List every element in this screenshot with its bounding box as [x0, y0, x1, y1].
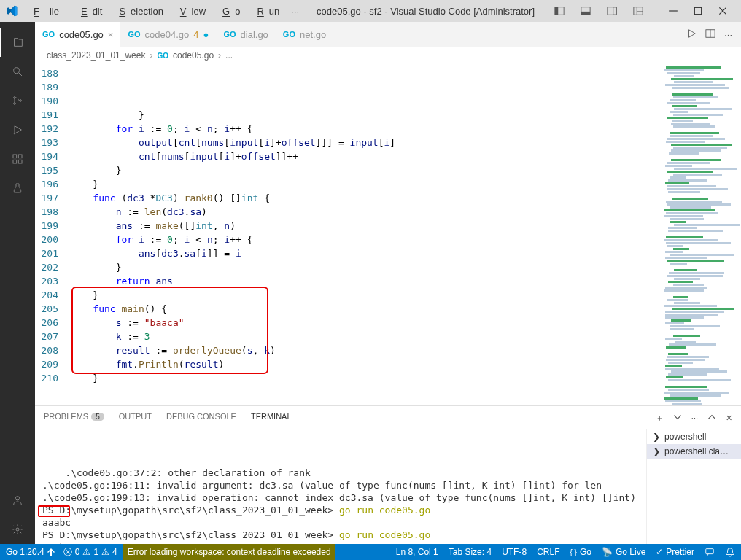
svg-line-14 [19, 73, 22, 76]
breadcrumb-symbol[interactable]: ... [225, 50, 233, 61]
svg-rect-23 [18, 160, 22, 163]
status-tabsize[interactable]: Tab Size: 4 [449, 547, 492, 557]
activity-extensions[interactable] [0, 144, 35, 174]
panel-tab-terminal[interactable]: TERMINAL [251, 412, 292, 424]
svg-rect-3 [581, 12, 590, 15]
activity-account[interactable] [0, 486, 35, 515]
svg-rect-20 [13, 155, 17, 158]
svg-marker-18 [15, 126, 21, 134]
window-title: code05.go - sf2 - Visual Studio Code [Ad… [307, 6, 544, 17]
svg-point-17 [20, 100, 22, 102]
tab-label: dial.go [241, 29, 268, 40]
svg-point-25 [16, 528, 19, 531]
status-problems[interactable]: ⓧ0 ⚠1 ⚠4 [63, 546, 117, 559]
panel-close-icon[interactable]: ✕ [726, 413, 732, 423]
svg-point-15 [14, 97, 16, 99]
status-prettier[interactable]: ✓Prettier [656, 547, 694, 557]
status-bar: Go 1.20.4 ⓧ0 ⚠1 ⚠4 Error loading workspa… [0, 544, 741, 560]
activity-bar [0, 22, 35, 544]
status-language[interactable]: { } Go [570, 547, 591, 557]
menubar: File Edit Selection View Go Run ··· [23, 6, 304, 17]
more-actions-icon[interactable]: ··· [724, 29, 732, 40]
terminal-list: ❯powershell ❯powershell cla… [646, 429, 741, 544]
layout-panel-right-icon[interactable] [600, 0, 624, 22]
menu-more[interactable]: ··· [286, 6, 304, 17]
activity-test[interactable] [0, 174, 35, 203]
tab-code04[interactable]: GO code04.go 4 ● [120, 22, 216, 47]
panel-tabs: PROBLEMS5 OUTPUT DEBUG CONSOLE TERMINAL … [35, 406, 741, 429]
tab-net[interactable]: GO net.go [276, 22, 333, 47]
minimap[interactable] [661, 63, 741, 405]
code-content[interactable]: } for i := 0; i < n; i++ { output[cnt[nu… [70, 63, 661, 405]
panel-tab-problems[interactable]: PROBLEMS5 [44, 412, 104, 424]
split-editor-icon[interactable] [705, 28, 715, 41]
tab-close-icon[interactable]: × [108, 29, 114, 40]
activity-debug[interactable] [0, 115, 35, 144]
layout-customize-icon[interactable] [626, 0, 651, 22]
svg-point-24 [15, 497, 19, 500]
menu-edit[interactable]: Edit [71, 6, 107, 17]
editor-body[interactable]: 1881891901911921931941951961971981992002… [35, 63, 741, 405]
go-file-icon: GO [283, 30, 295, 39]
status-eol[interactable]: CRLF [537, 547, 559, 557]
tab-label: code05.go [59, 29, 104, 40]
vscode-logo-icon [6, 5, 18, 17]
activity-explorer[interactable] [0, 28, 35, 57]
terminal-output[interactable]: .\code05.go:37:2: other declaration of r… [35, 429, 646, 544]
status-go-version[interactable]: Go 1.20.4 [6, 547, 55, 557]
run-icon[interactable] [686, 28, 697, 41]
status-bell-icon[interactable] [725, 547, 735, 557]
layout-panel-left-icon[interactable] [547, 0, 572, 22]
tab-label: code04.go [145, 29, 190, 40]
svg-rect-6 [634, 7, 643, 15]
go-file-icon: GO [223, 30, 236, 39]
editor-area: GO code05.go × GO code04.go 4 ● GO dial.… [35, 22, 741, 544]
status-feedback-icon[interactable] [705, 547, 715, 557]
terminal-item[interactable]: ❯powershell [647, 429, 741, 444]
menu-run[interactable]: Run [247, 6, 284, 17]
menu-file[interactable]: File [23, 6, 69, 17]
new-terminal-icon[interactable]: ＋ [656, 413, 664, 424]
svg-rect-1 [555, 7, 558, 15]
go-file-icon: GO [42, 30, 55, 39]
activity-search[interactable] [0, 57, 35, 86]
window-minimize-icon[interactable] [661, 0, 686, 22]
line-gutter: 1881891901911921931941951961971981992002… [35, 63, 70, 405]
chevron-right-icon: › [218, 50, 221, 61]
tab-code05[interactable]: GO code05.go × [35, 22, 120, 47]
editor-tabs: GO code05.go × GO code04.go 4 ● GO dial.… [35, 22, 741, 47]
panel-tab-debug[interactable]: DEBUG CONSOLE [166, 412, 236, 424]
window-close-icon[interactable] [710, 0, 735, 22]
terminal-dropdown-icon[interactable] [672, 412, 683, 424]
status-workspace-error[interactable]: Error loading workspace: context deadlin… [123, 544, 335, 560]
status-lncol[interactable]: Ln 8, Col 1 [396, 547, 438, 557]
terminal-more-icon[interactable]: ··· [691, 413, 698, 422]
svg-rect-5 [613, 7, 616, 15]
chevron-right-icon: › [150, 50, 152, 61]
panel: PROBLEMS5 OUTPUT DEBUG CONSOLE TERMINAL … [35, 405, 741, 544]
breadcrumb[interactable]: class_2023_01_01_week › GO code05.go › .… [35, 47, 741, 63]
window-maximize-icon[interactable] [686, 0, 710, 22]
breadcrumb-file[interactable]: code05.go [173, 50, 214, 61]
panel-tab-output[interactable]: OUTPUT [119, 412, 152, 424]
status-encoding[interactable]: UTF-8 [502, 547, 527, 557]
terminal-item[interactable]: ❯powershell cla… [647, 444, 741, 459]
terminal-icon: ❯ [653, 446, 660, 456]
svg-point-13 [14, 68, 20, 74]
go-file-icon: GO [157, 52, 168, 60]
panel-maximize-icon[interactable] [707, 412, 717, 424]
activity-scm[interactable] [0, 86, 35, 115]
svg-rect-22 [18, 155, 22, 158]
tab-dial[interactable]: GO dial.go [216, 22, 275, 47]
layout-panel-bottom-icon[interactable] [573, 0, 598, 22]
svg-rect-4 [608, 7, 616, 15]
go-file-icon: GO [128, 30, 140, 39]
menu-selection[interactable]: Selection [109, 6, 168, 17]
breadcrumb-folder[interactable]: class_2023_01_01_week [47, 50, 145, 61]
menu-view[interactable]: View [170, 6, 211, 17]
title-bar: File Edit Selection View Go Run ··· code… [0, 0, 741, 22]
status-golive[interactable]: 📡Go Live [602, 547, 645, 557]
menu-go[interactable]: Go [212, 6, 245, 17]
activity-settings[interactable] [0, 515, 35, 544]
svg-marker-26 [689, 29, 696, 37]
